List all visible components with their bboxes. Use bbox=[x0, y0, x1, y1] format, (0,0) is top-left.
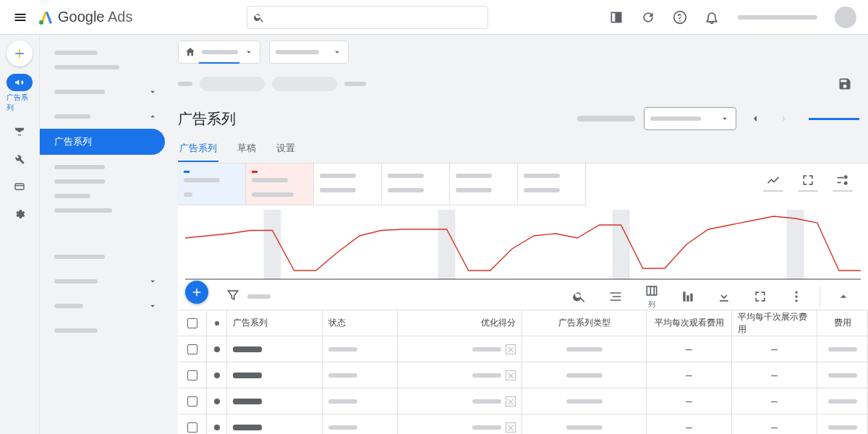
chart-toggle-button[interactable] bbox=[758, 173, 788, 196]
scorecard-primary[interactable] bbox=[178, 163, 246, 205]
scorecard[interactable] bbox=[518, 163, 586, 205]
chart-settings-button[interactable] bbox=[827, 173, 858, 196]
tab-campaigns[interactable]: 广告系列 bbox=[178, 136, 218, 162]
svg-rect-2 bbox=[15, 184, 24, 190]
rail-admin[interactable] bbox=[7, 203, 33, 226]
columns-button[interactable]: 列 bbox=[634, 284, 669, 310]
nav-skeleton bbox=[54, 65, 119, 69]
filter-button[interactable] bbox=[226, 288, 240, 305]
page-title-row: 广告系列 bbox=[169, 104, 868, 136]
account-scope-selector[interactable] bbox=[178, 41, 260, 64]
date-range-selector[interactable] bbox=[644, 107, 736, 130]
filter-icon bbox=[226, 288, 240, 302]
performance-chart bbox=[178, 205, 868, 284]
opt-score-skeleton bbox=[472, 373, 501, 378]
rail-campaigns[interactable]: 广告系列 bbox=[7, 71, 33, 116]
svg-rect-1 bbox=[617, 12, 621, 22]
compare-indicator bbox=[809, 118, 859, 120]
table-row[interactable]: –– bbox=[178, 388, 868, 414]
opt-score-skeleton bbox=[472, 425, 501, 430]
notifications-button[interactable] bbox=[697, 3, 726, 32]
refresh-button[interactable] bbox=[634, 3, 663, 32]
col-opt-score[interactable]: 优化得分 bbox=[481, 317, 516, 329]
select-all-checkbox[interactable] bbox=[187, 318, 197, 328]
date-label-skeleton bbox=[577, 116, 635, 122]
col-status[interactable]: 状态 bbox=[328, 317, 346, 329]
expand-icon bbox=[801, 173, 815, 187]
row-checkbox[interactable] bbox=[187, 396, 197, 407]
svg-rect-6 bbox=[613, 210, 630, 279]
status-skeleton bbox=[328, 425, 357, 430]
filter-chip[interactable] bbox=[200, 77, 265, 91]
row-checkbox[interactable] bbox=[187, 370, 197, 380]
row-checkbox[interactable] bbox=[187, 422, 197, 433]
filter-label-skeleton bbox=[247, 294, 271, 299]
segment-icon bbox=[608, 289, 623, 304]
main-menu-button[interactable] bbox=[6, 3, 35, 32]
chart-svg bbox=[185, 210, 861, 282]
search-icon bbox=[572, 289, 587, 304]
chevron-down-icon bbox=[148, 87, 158, 97]
date-prev-button[interactable] bbox=[745, 109, 765, 129]
col-campaign[interactable]: 广告系列 bbox=[233, 317, 268, 329]
expand-chart-button[interactable] bbox=[793, 173, 823, 196]
search-icon bbox=[253, 12, 265, 23]
scorecard[interactable] bbox=[450, 163, 518, 205]
table-search-button[interactable] bbox=[562, 289, 597, 304]
save-view-button[interactable] bbox=[830, 69, 859, 98]
svg-rect-7 bbox=[787, 210, 804, 279]
product-logo: Google Ads bbox=[38, 9, 132, 26]
scope-bar bbox=[169, 35, 868, 69]
help-button[interactable] bbox=[665, 3, 694, 32]
nav-skeleton bbox=[54, 165, 105, 169]
date-next-button[interactable] bbox=[774, 109, 794, 129]
nav-expandable[interactable] bbox=[40, 294, 169, 318]
ads-logo-icon bbox=[38, 9, 55, 26]
rail-billing[interactable] bbox=[7, 175, 33, 198]
tab-drafts[interactable]: 草稿 bbox=[236, 136, 258, 162]
chevron-up-icon bbox=[148, 111, 158, 122]
col-cost[interactable]: 费用 bbox=[834, 317, 851, 329]
segment-button[interactable] bbox=[598, 289, 633, 304]
create-button[interactable] bbox=[7, 41, 33, 67]
tune-icon bbox=[835, 173, 850, 187]
status-dot bbox=[214, 399, 220, 404]
rail-goals[interactable] bbox=[7, 120, 33, 143]
row-checkbox[interactable] bbox=[187, 344, 197, 354]
table-row[interactable]: –– bbox=[178, 336, 868, 362]
scorecard[interactable] bbox=[314, 163, 382, 205]
account-skeleton bbox=[738, 15, 817, 20]
side-nav: 广告系列 bbox=[39, 35, 169, 434]
filter-chip[interactable] bbox=[272, 77, 337, 91]
table-row[interactable]: –– bbox=[178, 362, 868, 388]
col-avg-cpm[interactable]: 平均每千次展示费用 bbox=[738, 311, 811, 336]
more-button[interactable] bbox=[779, 289, 814, 304]
nav-skeleton bbox=[54, 255, 105, 259]
reports-button[interactable] bbox=[671, 289, 705, 304]
fullscreen-button[interactable] bbox=[743, 289, 778, 304]
table-row[interactable]: –– bbox=[178, 414, 868, 434]
col-avg-cpv[interactable]: 平均每次观看费用 bbox=[655, 317, 724, 329]
nav-item-campaigns[interactable]: 广告系列 bbox=[40, 129, 165, 155]
campaign-name-skeleton bbox=[233, 346, 262, 352]
appearance-toggle[interactable] bbox=[602, 3, 631, 32]
nav-expandable[interactable] bbox=[40, 269, 169, 294]
type-skeleton bbox=[566, 347, 603, 352]
tab-settings[interactable]: 设置 bbox=[275, 136, 297, 162]
search-input[interactable] bbox=[247, 6, 488, 29]
trophy-icon bbox=[14, 126, 25, 137]
campaign-scope-selector[interactable] bbox=[269, 41, 349, 64]
collapse-button[interactable] bbox=[826, 289, 861, 304]
col-type[interactable]: 广告系列类型 bbox=[558, 317, 610, 329]
download-button[interactable] bbox=[707, 289, 741, 304]
add-campaign-button[interactable] bbox=[185, 281, 208, 304]
rail-tools[interactable] bbox=[7, 148, 33, 171]
scorecard[interactable] bbox=[382, 163, 450, 205]
nav-active-label: 广告系列 bbox=[54, 135, 92, 148]
cpm-value: – bbox=[771, 421, 778, 434]
nav-expandable[interactable] bbox=[40, 80, 169, 104]
nav-expandable[interactable] bbox=[40, 104, 169, 129]
chevron-up-icon bbox=[836, 289, 851, 304]
account-avatar[interactable] bbox=[835, 7, 856, 28]
scorecard-secondary[interactable] bbox=[246, 163, 314, 205]
